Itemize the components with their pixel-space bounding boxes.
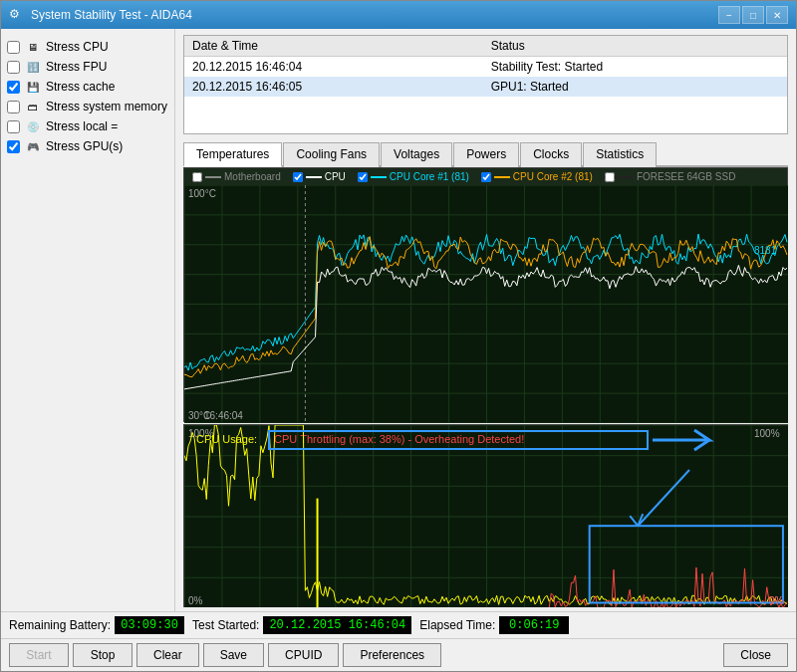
main-content: 🖥 Stress CPU 🔢 Stress FPU 💾 Stress cache… — [1, 29, 796, 611]
clear-button[interactable]: Clear — [136, 643, 199, 667]
main-window: ⚙ System Stability Test - AIDA64 − □ ✕ 🖥… — [0, 0, 797, 672]
stress-disks-label[interactable]: Stress local = — [46, 119, 118, 133]
stress-disks-checkbox[interactable] — [7, 120, 20, 133]
stress-fpu-label[interactable]: Stress FPU — [46, 60, 107, 74]
gpu-icon: 🎮 — [25, 138, 41, 154]
fpu-icon: 🔢 — [25, 59, 41, 75]
log-table: Date & Time Status 20.12.2015 16:46:04St… — [183, 35, 788, 134]
remaining-battery-item: Remaining Battery: 03:09:30 — [9, 616, 184, 634]
legend-color — [618, 176, 634, 178]
elapsed-time-label: Elapsed Time: — [419, 618, 495, 632]
elapsed-time-item: Elapsed Time: 0:06:19 — [419, 616, 569, 634]
window-title: System Stability Test - AIDA64 — [31, 8, 192, 22]
log-status: GPU1: Started — [483, 77, 787, 97]
cpu-icon: 🖥 — [25, 39, 41, 55]
title-buttons: − □ ✕ — [718, 6, 788, 24]
legend-label: CPU — [325, 171, 346, 182]
test-started-value: 20.12.2015 16:46:04 — [263, 616, 411, 634]
tabs-container: TemperaturesCooling FansVoltagesPowersCl… — [183, 140, 788, 167]
stress-cpu-label[interactable]: Stress CPU — [46, 40, 109, 54]
log-status: Stability Test: Started — [483, 57, 787, 78]
stress-fpu-item: 🔢 Stress FPU — [7, 57, 168, 77]
cpu-usage-chart-panel — [183, 424, 788, 607]
legend-color — [371, 176, 387, 178]
stress-cache-checkbox[interactable] — [7, 81, 20, 94]
stress-disks-item: 💿 Stress local = — [7, 116, 168, 136]
tab-cooling-fans[interactable]: Cooling Fans — [283, 142, 380, 167]
stress-memory-label[interactable]: Stress system memory — [46, 100, 167, 113]
memory-icon: 🗃 — [25, 99, 41, 114]
legend-color — [494, 176, 510, 178]
legend-color — [306, 176, 322, 178]
chart-area: Motherboard CPU CPU Core #1 (81) CPU Cor… — [183, 167, 788, 607]
legend-item-cpu: CPU — [293, 171, 346, 182]
tab-powers[interactable]: Powers — [453, 142, 519, 167]
temperature-chart — [184, 185, 788, 423]
start-button[interactable]: Start — [9, 643, 69, 667]
preferences-button[interactable]: Preferences — [343, 643, 441, 667]
tab-temperatures[interactable]: Temperatures — [183, 142, 282, 167]
title-bar-left: ⚙ System Stability Test - AIDA64 — [9, 7, 192, 23]
stress-memory-item: 🗃 Stress system memory — [7, 97, 168, 116]
legend-item-cpu-core-#2-(81): CPU Core #2 (81) — [481, 171, 593, 182]
log-datetime: 20.12.2015 16:46:05 — [184, 77, 483, 97]
cache-icon: 💾 — [25, 79, 41, 95]
legend-label: CPU Core #2 (81) — [513, 171, 593, 182]
right-panel: Date & Time Status 20.12.2015 16:46:04St… — [175, 29, 796, 611]
stress-fpu-checkbox[interactable] — [7, 61, 20, 74]
tab-voltages[interactable]: Voltages — [381, 142, 452, 167]
col-status: Status — [483, 36, 787, 57]
legend-item-motherboard: Motherboard — [192, 171, 281, 182]
chart-legend: Motherboard CPU CPU Core #1 (81) CPU Cor… — [184, 168, 787, 185]
test-started-item: Test Started: 20.12.2015 16:46:04 — [192, 616, 411, 634]
legend-label: CPU Core #1 (81) — [390, 171, 469, 182]
stress-cpu-checkbox[interactable] — [7, 41, 20, 54]
log-row: 20.12.2015 16:46:05GPU1: Started — [184, 77, 787, 97]
status-bar: Remaining Battery: 03:09:30 Test Started… — [1, 611, 796, 638]
close-button[interactable]: Close — [723, 643, 788, 667]
log-row: 20.12.2015 16:46:04Stability Test: Start… — [184, 57, 787, 78]
stop-button[interactable]: Stop — [73, 643, 133, 667]
stress-cache-item: 💾 Stress cache — [7, 77, 168, 97]
cpuid-button[interactable]: CPUID — [268, 643, 339, 667]
elapsed-time-value: 0:06:19 — [499, 616, 569, 634]
title-bar: ⚙ System Stability Test - AIDA64 − □ ✕ — [1, 1, 796, 29]
tabs: TemperaturesCooling FansVoltagesPowersCl… — [183, 140, 788, 167]
col-datetime: Date & Time — [184, 36, 483, 57]
left-panel: 🖥 Stress CPU 🔢 Stress FPU 💾 Stress cache… — [1, 29, 175, 611]
legend-color — [205, 176, 221, 178]
legend-item-foresee-64gb-ssd: FORESEE 64GB SSD — [605, 171, 735, 182]
stress-cpu-item: 🖥 Stress CPU — [7, 37, 168, 57]
remaining-battery-label: Remaining Battery: — [9, 618, 111, 632]
app-icon: ⚙ — [9, 7, 25, 23]
legend-item-cpu-core-#1-(81): CPU Core #1 (81) — [358, 171, 469, 182]
test-started-label: Test Started: — [192, 618, 259, 632]
legend-label: FORESEE 64GB SSD — [637, 171, 735, 182]
log-datetime: 20.12.2015 16:46:04 — [184, 57, 483, 78]
close-window-button[interactable]: ✕ — [766, 6, 788, 24]
temperature-chart-panel: Motherboard CPU CPU Core #1 (81) CPU Cor… — [183, 167, 788, 422]
tab-statistics[interactable]: Statistics — [583, 142, 657, 167]
stress-memory-checkbox[interactable] — [7, 101, 20, 113]
minimize-button[interactable]: − — [718, 6, 740, 24]
stress-gpu-label[interactable]: Stress GPU(s) — [46, 139, 123, 153]
button-bar: Start Stop Clear Save CPUID Preferences … — [1, 638, 796, 671]
maximize-button[interactable]: □ — [742, 6, 764, 24]
legend-label: Motherboard — [224, 171, 281, 182]
tab-clocks[interactable]: Clocks — [520, 142, 582, 167]
remaining-battery-value: 03:09:30 — [115, 616, 184, 634]
cpu-usage-chart — [184, 425, 788, 607]
stress-gpu-item: 🎮 Stress GPU(s) — [7, 136, 168, 156]
stress-gpu-checkbox[interactable] — [7, 140, 20, 153]
save-button[interactable]: Save — [203, 643, 264, 667]
stress-cache-label[interactable]: Stress cache — [46, 80, 115, 94]
disks-icon: 💿 — [25, 118, 41, 134]
